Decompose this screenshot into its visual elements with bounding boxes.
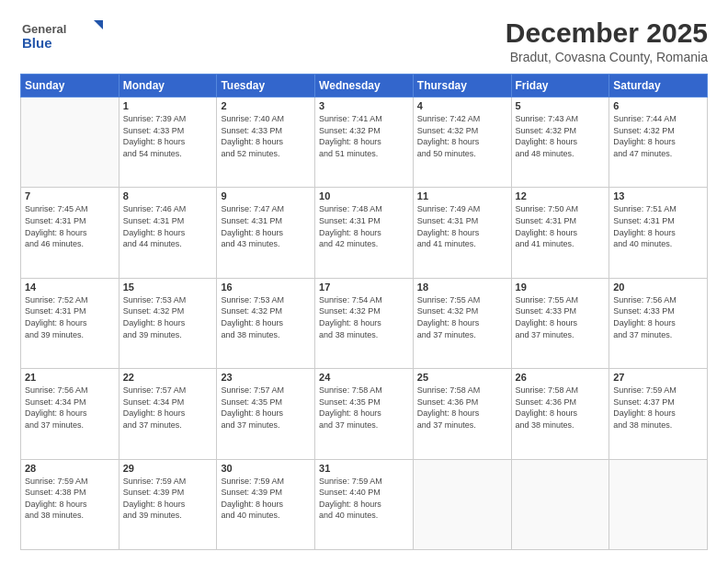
day-info: Sunrise: 7:57 AMSunset: 4:35 PMDaylight:… (221, 385, 311, 431)
title-block: December 2025 Bradut, Covasna County, Ro… (506, 17, 708, 64)
week-row-3: 21Sunrise: 7:56 AMSunset: 4:34 PMDayligh… (21, 369, 708, 459)
calendar-cell: 23Sunrise: 7:57 AMSunset: 4:35 PMDayligh… (217, 369, 315, 459)
page: General Blue December 2025 Bradut, Covas… (0, 0, 728, 563)
calendar-cell: 22Sunrise: 7:57 AMSunset: 4:34 PMDayligh… (119, 369, 217, 459)
calendar-cell: 31Sunrise: 7:59 AMSunset: 4:40 PMDayligh… (315, 459, 414, 549)
day-info: Sunrise: 7:54 AMSunset: 4:32 PMDaylight:… (319, 294, 409, 340)
svg-text:General: General (22, 22, 66, 36)
day-number: 26 (516, 372, 606, 383)
calendar-cell: 10Sunrise: 7:48 AMSunset: 4:31 PMDayligh… (315, 188, 414, 278)
day-number: 6 (613, 100, 703, 111)
day-info: Sunrise: 7:53 AMSunset: 4:32 PMDaylight:… (221, 294, 311, 340)
day-info: Sunrise: 7:52 AMSunset: 4:31 PMDaylight:… (25, 294, 115, 340)
header: General Blue December 2025 Bradut, Covas… (20, 17, 708, 64)
day-info: Sunrise: 7:55 AMSunset: 4:32 PMDaylight:… (417, 294, 507, 340)
calendar-cell (609, 459, 708, 549)
day-number: 18 (417, 282, 507, 293)
day-info: Sunrise: 7:39 AMSunset: 4:33 PMDaylight:… (123, 113, 213, 159)
day-info: Sunrise: 7:43 AMSunset: 4:32 PMDaylight:… (516, 113, 606, 159)
calendar-cell (511, 459, 609, 549)
calendar-cell: 8Sunrise: 7:46 AMSunset: 4:31 PMDaylight… (119, 188, 217, 278)
day-info: Sunrise: 7:59 AMSunset: 4:39 PMDaylight:… (123, 476, 213, 522)
day-number: 19 (516, 282, 606, 293)
day-number: 28 (25, 463, 115, 474)
day-number: 15 (123, 282, 213, 293)
calendar-cell (21, 98, 119, 188)
calendar-cell: 17Sunrise: 7:54 AMSunset: 4:32 PMDayligh… (315, 278, 414, 368)
calendar-cell: 25Sunrise: 7:58 AMSunset: 4:36 PMDayligh… (413, 369, 511, 459)
calendar-cell: 21Sunrise: 7:56 AMSunset: 4:34 PMDayligh… (21, 369, 119, 459)
day-info: Sunrise: 7:48 AMSunset: 4:31 PMDaylight:… (319, 203, 409, 249)
day-number: 29 (123, 463, 213, 474)
calendar-cell: 15Sunrise: 7:53 AMSunset: 4:32 PMDayligh… (119, 278, 217, 368)
day-info: Sunrise: 7:56 AMSunset: 4:34 PMDaylight:… (25, 385, 115, 431)
calendar-cell: 4Sunrise: 7:42 AMSunset: 4:32 PMDaylight… (413, 98, 511, 188)
calendar-cell: 12Sunrise: 7:50 AMSunset: 4:31 PMDayligh… (511, 188, 609, 278)
day-number: 3 (319, 100, 409, 111)
svg-marker-1 (94, 20, 103, 29)
day-info: Sunrise: 7:57 AMSunset: 4:34 PMDaylight:… (123, 385, 213, 431)
day-number: 21 (25, 372, 115, 383)
logo-svg: General Blue (20, 17, 103, 57)
day-info: Sunrise: 7:41 AMSunset: 4:32 PMDaylight:… (319, 113, 409, 159)
day-info: Sunrise: 7:56 AMSunset: 4:33 PMDaylight:… (613, 294, 703, 340)
day-number: 8 (123, 190, 213, 201)
day-info: Sunrise: 7:58 AMSunset: 4:35 PMDaylight:… (319, 385, 409, 431)
day-number: 11 (417, 190, 507, 201)
col-tuesday: Tuesday (217, 75, 315, 98)
day-info: Sunrise: 7:44 AMSunset: 4:32 PMDaylight:… (613, 113, 703, 159)
day-number: 30 (221, 463, 311, 474)
day-number: 23 (221, 372, 311, 383)
calendar-cell: 6Sunrise: 7:44 AMSunset: 4:32 PMDaylight… (609, 98, 708, 188)
week-row-0: 1Sunrise: 7:39 AMSunset: 4:33 PMDaylight… (21, 98, 708, 188)
day-info: Sunrise: 7:45 AMSunset: 4:31 PMDaylight:… (25, 203, 115, 249)
day-info: Sunrise: 7:55 AMSunset: 4:33 PMDaylight:… (516, 294, 606, 340)
calendar-cell: 26Sunrise: 7:58 AMSunset: 4:36 PMDayligh… (511, 369, 609, 459)
header-row: Sunday Monday Tuesday Wednesday Thursday… (21, 75, 708, 98)
col-friday: Friday (511, 75, 609, 98)
col-saturday: Saturday (609, 75, 708, 98)
calendar-body: 1Sunrise: 7:39 AMSunset: 4:33 PMDaylight… (21, 98, 708, 550)
calendar-cell: 14Sunrise: 7:52 AMSunset: 4:31 PMDayligh… (21, 278, 119, 368)
sub-title: Bradut, Covasna County, Romania (506, 50, 708, 64)
col-sunday: Sunday (21, 75, 119, 98)
svg-text:Blue: Blue (22, 35, 52, 51)
day-number: 17 (319, 282, 409, 293)
day-number: 14 (25, 282, 115, 293)
col-wednesday: Wednesday (315, 75, 414, 98)
calendar-cell: 27Sunrise: 7:59 AMSunset: 4:37 PMDayligh… (609, 369, 708, 459)
calendar-cell: 28Sunrise: 7:59 AMSunset: 4:38 PMDayligh… (21, 459, 119, 549)
calendar-cell: 3Sunrise: 7:41 AMSunset: 4:32 PMDaylight… (315, 98, 414, 188)
calendar-cell (413, 459, 511, 549)
calendar-cell: 9Sunrise: 7:47 AMSunset: 4:31 PMDaylight… (217, 188, 315, 278)
calendar-cell: 16Sunrise: 7:53 AMSunset: 4:32 PMDayligh… (217, 278, 315, 368)
calendar-cell: 7Sunrise: 7:45 AMSunset: 4:31 PMDaylight… (21, 188, 119, 278)
day-info: Sunrise: 7:49 AMSunset: 4:31 PMDaylight:… (417, 203, 507, 249)
day-info: Sunrise: 7:59 AMSunset: 4:38 PMDaylight:… (25, 476, 115, 522)
main-title: December 2025 (506, 17, 708, 50)
calendar-cell: 1Sunrise: 7:39 AMSunset: 4:33 PMDaylight… (119, 98, 217, 188)
day-number: 5 (516, 100, 606, 111)
day-number: 12 (516, 190, 606, 201)
calendar-cell: 18Sunrise: 7:55 AMSunset: 4:32 PMDayligh… (413, 278, 511, 368)
day-number: 13 (613, 190, 703, 201)
day-info: Sunrise: 7:46 AMSunset: 4:31 PMDaylight:… (123, 203, 213, 249)
day-number: 25 (417, 372, 507, 383)
day-number: 20 (613, 282, 703, 293)
calendar-cell: 19Sunrise: 7:55 AMSunset: 4:33 PMDayligh… (511, 278, 609, 368)
day-info: Sunrise: 7:53 AMSunset: 4:32 PMDaylight:… (123, 294, 213, 340)
day-number: 22 (123, 372, 213, 383)
calendar-cell: 29Sunrise: 7:59 AMSunset: 4:39 PMDayligh… (119, 459, 217, 549)
col-thursday: Thursday (413, 75, 511, 98)
day-number: 10 (319, 190, 409, 201)
day-number: 9 (221, 190, 311, 201)
day-number: 4 (417, 100, 507, 111)
calendar-table: Sunday Monday Tuesday Wednesday Thursday… (20, 74, 708, 550)
calendar-cell: 24Sunrise: 7:58 AMSunset: 4:35 PMDayligh… (315, 369, 414, 459)
week-row-4: 28Sunrise: 7:59 AMSunset: 4:38 PMDayligh… (21, 459, 708, 549)
day-number: 24 (319, 372, 409, 383)
day-info: Sunrise: 7:59 AMSunset: 4:37 PMDaylight:… (613, 385, 703, 431)
day-info: Sunrise: 7:59 AMSunset: 4:40 PMDaylight:… (319, 476, 409, 522)
day-number: 2 (221, 100, 311, 111)
week-row-2: 14Sunrise: 7:52 AMSunset: 4:31 PMDayligh… (21, 278, 708, 368)
